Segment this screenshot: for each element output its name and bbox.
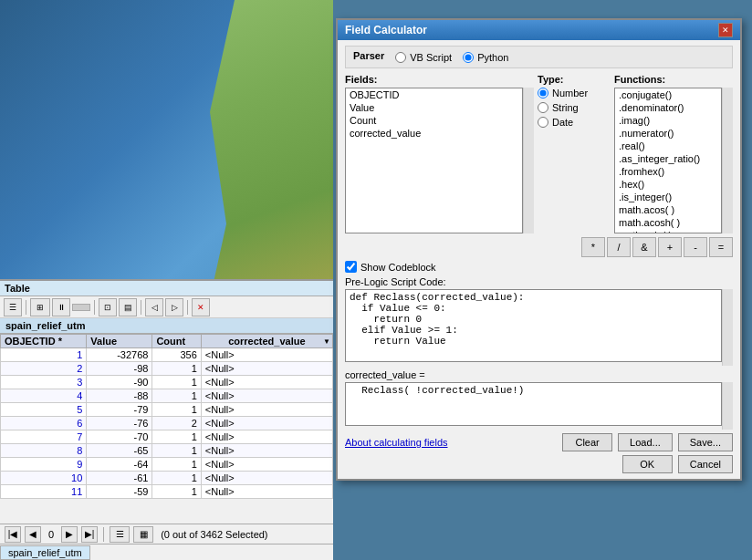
prescript-code-box[interactable]: def Reclass(corrected_value): if Value <… xyxy=(345,289,722,362)
divider-4 xyxy=(187,300,188,315)
move-right-btn[interactable]: ▷ xyxy=(165,298,183,316)
function-item[interactable]: .hex() xyxy=(615,178,721,191)
pause-btn[interactable]: ⏸ xyxy=(52,298,70,316)
cell-count: 1 xyxy=(152,362,201,376)
function-item[interactable]: .numerator() xyxy=(615,127,721,140)
cell-objectid: 2 xyxy=(1,362,87,376)
table-row: 6-762<Null> xyxy=(1,417,333,430)
fields-list[interactable]: OBJECTIDValueCountcorrected_value xyxy=(345,88,523,233)
layer-tab[interactable]: spain_relief_utm xyxy=(0,545,90,560)
table-toolbar: ☰ ⊞ ⏸ ⊡ ▤ ◁ ▷ ✕ xyxy=(0,296,333,318)
options-btn[interactable]: ☰ xyxy=(4,298,22,316)
function-item[interactable]: .is_integer() xyxy=(615,191,721,203)
show-codeblock-label: Show Codeblock xyxy=(360,262,436,273)
field-list-item[interactable]: Count xyxy=(346,114,522,127)
number-radio[interactable] xyxy=(538,88,548,99)
filter-btn[interactable]: ▤ xyxy=(119,298,137,316)
cell-corrected: <Null> xyxy=(201,362,332,376)
date-radio[interactable] xyxy=(538,117,548,128)
show-codeblock-row: Show Codeblock xyxy=(345,261,733,273)
field-list-item[interactable]: corrected_value xyxy=(346,127,522,140)
next-record-btn[interactable]: ▶ xyxy=(61,526,78,543)
about-link[interactable]: About calculating fields xyxy=(345,437,448,448)
cell-corrected: <Null> xyxy=(201,430,332,444)
function-item[interactable]: .real() xyxy=(615,140,721,152)
last-record-btn[interactable]: ▶| xyxy=(81,526,98,543)
show-codeblock-checkbox[interactable] xyxy=(345,261,357,273)
load-button[interactable]: Load... xyxy=(618,433,673,451)
field-list-item[interactable]: OBJECTID xyxy=(346,88,522,101)
table-scroll[interactable]: OBJECTID * Value Count corrected_value ▼… xyxy=(0,334,333,533)
string-label: String xyxy=(552,102,579,113)
table-row: 11-591<Null> xyxy=(1,485,333,499)
functions-list[interactable]: .conjugate().denominator().imag().numera… xyxy=(614,88,722,233)
show-selected-btn[interactable]: ▦ xyxy=(133,526,153,543)
prescript-scrollbar xyxy=(722,289,733,366)
cell-value: -65 xyxy=(87,444,152,458)
select-btn[interactable]: ⊡ xyxy=(99,298,117,316)
python-label: Python xyxy=(477,52,508,63)
col-header-corrected[interactable]: corrected_value ▼ xyxy=(201,335,332,348)
subtract-btn[interactable]: - xyxy=(684,237,707,257)
table-options-btn[interactable]: ⊞ xyxy=(30,298,50,316)
cell-value: -32768 xyxy=(87,348,152,362)
function-item[interactable]: .denominator() xyxy=(615,101,721,114)
field-list-item[interactable]: Value xyxy=(346,101,522,114)
function-item[interactable]: math.acosh( ) xyxy=(615,216,721,229)
prev-record-btn[interactable]: ◀ xyxy=(25,526,41,543)
string-radio[interactable] xyxy=(538,102,548,113)
col-header-objectid[interactable]: OBJECTID * xyxy=(1,335,87,348)
ok-button[interactable]: OK xyxy=(622,455,673,473)
cell-objectid: 8 xyxy=(1,444,87,458)
col-header-count[interactable]: Count xyxy=(152,335,201,348)
layer-tabs: spain_relief_utm xyxy=(0,544,333,560)
function-item[interactable]: math.acos( ) xyxy=(615,203,721,216)
table-row: 7-701<Null> xyxy=(1,430,333,444)
divide-btn[interactable]: / xyxy=(607,237,631,257)
vbscript-radio[interactable] xyxy=(395,52,406,63)
multiply-btn[interactable]: * xyxy=(581,237,605,257)
cell-count: 356 xyxy=(152,348,201,362)
col-header-value[interactable]: Value xyxy=(87,335,152,348)
cell-corrected: <Null> xyxy=(201,389,332,403)
cell-corrected: <Null> xyxy=(201,417,332,430)
python-radio[interactable] xyxy=(463,52,474,63)
save-button[interactable]: Save... xyxy=(678,433,733,451)
function-item[interactable]: .as_integer_ratio() xyxy=(615,152,721,165)
cell-objectid: 4 xyxy=(1,389,87,403)
cell-corrected: <Null> xyxy=(201,403,332,417)
ampersand-btn[interactable]: & xyxy=(632,237,656,257)
equals-btn[interactable]: = xyxy=(709,237,733,257)
first-record-btn[interactable]: |◀ xyxy=(5,526,21,543)
fields-column: Fields: OBJECTIDValueCountcorrected_valu… xyxy=(345,74,534,233)
output-expr-box[interactable]: Reclass( !corrected_value!) xyxy=(345,382,722,426)
function-item[interactable]: .fromhex() xyxy=(615,165,721,178)
prescript-label: Pre-Logic Script Code: xyxy=(345,276,733,287)
record-count: 0 xyxy=(45,529,57,540)
cell-value: -79 xyxy=(87,403,152,417)
table-row: 3-901<Null> xyxy=(1,376,333,389)
move-left-btn[interactable]: ◁ xyxy=(145,298,163,316)
show-all-btn[interactable]: ☰ xyxy=(110,526,130,543)
cell-corrected: <Null> xyxy=(201,348,332,362)
action-row: About calculating fields Clear Load... S… xyxy=(345,433,733,451)
cell-count: 1 xyxy=(152,430,201,444)
vbscript-radio-group: VB Script xyxy=(395,52,452,63)
function-item[interactable]: math.asin( ) xyxy=(615,229,721,233)
cell-objectid: 10 xyxy=(1,472,87,485)
clear-button[interactable]: Clear xyxy=(562,433,612,451)
layer-name: spain_relief_utm xyxy=(5,320,85,331)
function-item[interactable]: .conjugate() xyxy=(615,88,721,101)
add-btn[interactable]: + xyxy=(658,237,682,257)
cell-value: -76 xyxy=(87,417,152,430)
sort-arrow-icon: ▼ xyxy=(323,337,330,346)
delete-btn[interactable]: ✕ xyxy=(192,298,210,316)
dialog-close-button[interactable]: ✕ xyxy=(718,23,733,37)
function-item[interactable]: .imag() xyxy=(615,114,721,127)
table-header: Table xyxy=(0,281,333,296)
number-label: Number xyxy=(552,88,588,99)
cell-count: 1 xyxy=(152,403,201,417)
cell-objectid: 9 xyxy=(1,458,87,472)
dialog-body: Parser VB Script Python Fields: OBJECTID… xyxy=(338,40,740,479)
cancel-button[interactable]: Cancel xyxy=(678,455,733,473)
